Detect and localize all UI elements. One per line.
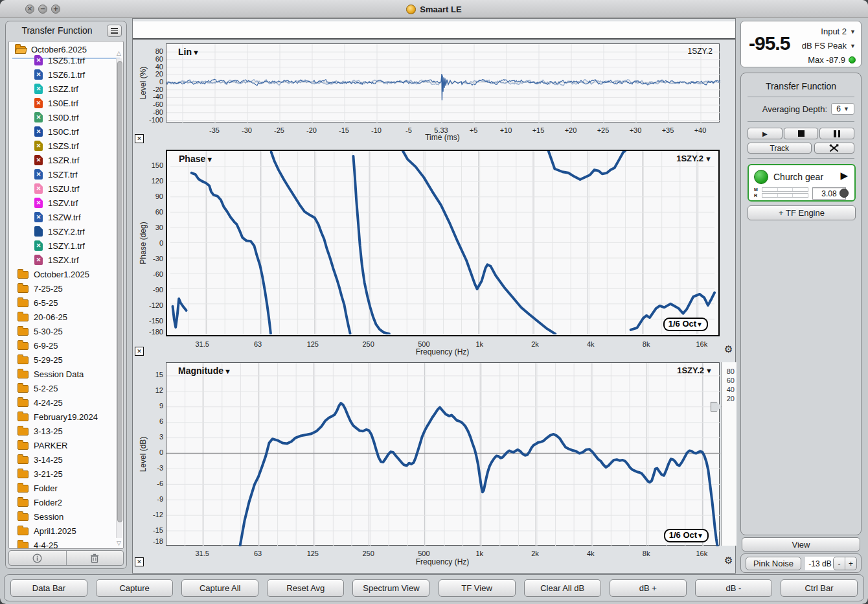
- tick-label: -60: [135, 270, 163, 278]
- folder-item[interactable]: 6-9-25: [9, 338, 123, 353]
- toolbar-button-db-[interactable]: dB +: [610, 579, 687, 597]
- magnitude-plot-type-menu[interactable]: Magnitude▼: [178, 366, 231, 376]
- chevron-down-icon: ▼: [843, 106, 849, 112]
- folder-item[interactable]: 3-14-25: [9, 452, 123, 467]
- file-item[interactable]: 1S0E.trf: [9, 96, 123, 110]
- track-button[interactable]: Track: [748, 143, 812, 154]
- level-decrement-button[interactable]: -: [834, 557, 845, 570]
- folder-item[interactable]: 3-21-25: [9, 467, 123, 481]
- file-item[interactable]: 1SZX.trf: [9, 253, 123, 267]
- phase-settings-gear-icon[interactable]: ⚙: [724, 343, 733, 355]
- chevron-down-icon: ▼: [705, 155, 712, 163]
- stop-button[interactable]: [784, 128, 819, 139]
- view-button[interactable]: View: [742, 537, 860, 552]
- meter-mode-select[interactable]: dB FS Peak▼: [802, 41, 856, 51]
- lin-close-button[interactable]: ✕: [135, 134, 144, 143]
- phase-trace-menu[interactable]: 1SZY.2▼: [676, 154, 712, 163]
- play-button[interactable]: ▶: [748, 128, 782, 139]
- input-select[interactable]: Input 2▼: [821, 27, 856, 36]
- toolbar-button-tf-view[interactable]: TF View: [439, 579, 516, 597]
- magnitude-trace-menu[interactable]: 1SZY.2▼: [677, 366, 713, 375]
- averaging-depth-select[interactable]: 6▼: [831, 103, 854, 115]
- toolbar-button-db-[interactable]: dB -: [695, 579, 772, 597]
- file-item[interactable]: 1SZV.trf: [9, 196, 123, 210]
- toolbar-button-reset-avg[interactable]: Reset Avg: [267, 579, 344, 597]
- phase-plot-type-menu[interactable]: Phase▼: [179, 154, 213, 164]
- tick-label: 5.33: [427, 126, 455, 134]
- folder-icon: [17, 499, 29, 507]
- lin-plot[interactable]: Lin▼ 1SZY.2: [166, 43, 720, 122]
- toolbar-button-ctrl-bar[interactable]: Ctrl Bar: [781, 579, 858, 597]
- phase-plot-svg: [167, 151, 718, 334]
- file-item[interactable]: 1SZT.trf: [9, 167, 123, 181]
- scroll-up-icon[interactable]: △: [115, 50, 122, 56]
- file-item[interactable]: 1SZR.trf: [9, 153, 123, 167]
- magnitude-plot[interactable]: Magnitude▼ 1SZY.2▼ 1/6 Oct▼: [166, 362, 720, 546]
- magnitude-close-button[interactable]: ✕: [135, 557, 144, 566]
- lin-plot-type-menu[interactable]: Lin▼: [178, 47, 200, 57]
- toolbar-button-capture-all[interactable]: Capture All: [181, 579, 258, 597]
- sidebar-scrollbar[interactable]: [116, 58, 122, 538]
- file-item[interactable]: 1SZY.2.trf: [9, 224, 123, 238]
- magnitude-settings-gear-icon[interactable]: ⚙: [724, 555, 733, 566]
- file-item[interactable]: 1SZZ.trf: [9, 82, 123, 96]
- folder-icon: [17, 485, 29, 493]
- chevron-down-icon: ▼: [850, 29, 856, 35]
- folder-item[interactable]: 5-30-25: [9, 324, 123, 338]
- delete-button[interactable]: [67, 551, 124, 565]
- folder-item[interactable]: 4-4-25: [9, 538, 123, 549]
- file-name: 1SZY.2.trf: [48, 227, 85, 237]
- toolbar-button-clear-all-db[interactable]: Clear All dB: [524, 579, 601, 597]
- folder-item[interactable]: PARKER: [9, 438, 123, 452]
- file-item[interactable]: 1SZS.trf: [9, 139, 123, 153]
- level-increment-button[interactable]: +: [845, 557, 856, 570]
- folder-item[interactable]: 7-25-25: [9, 281, 123, 296]
- folder-item[interactable]: 6-5-25: [9, 296, 123, 310]
- scroll-down-icon[interactable]: ▽: [115, 540, 122, 546]
- folder-name: 4-4-25: [34, 540, 58, 550]
- folder-item[interactable]: February19.2024: [9, 410, 123, 424]
- tick-label: 1k: [465, 550, 494, 557]
- folder-item[interactable]: 5-29-25: [9, 353, 123, 367]
- add-tf-engine-button[interactable]: + TF Engine: [748, 205, 856, 220]
- folder-item[interactable]: 4-24-25: [9, 395, 123, 410]
- folder-item[interactable]: Session: [9, 509, 123, 524]
- tf-engine-card: Church gear ▶ M R 3.08: [748, 164, 856, 202]
- record-button[interactable]: [839, 189, 849, 198]
- scrollbar-thumb[interactable]: [117, 61, 122, 522]
- toolbar-button-spectrum-view[interactable]: Spectrum View: [352, 579, 429, 597]
- file-item[interactable]: 1SZ6.1.trf: [9, 67, 123, 82]
- folder-item[interactable]: 3-13-25: [9, 424, 123, 438]
- folder-item[interactable]: Session Data: [9, 367, 123, 381]
- folder-item[interactable]: 20-06-25: [9, 310, 123, 324]
- chevron-down-icon: ▼: [705, 367, 713, 375]
- file-item[interactable]: 1SZ5.1.trf: [9, 53, 123, 67]
- folder-item[interactable]: Folder: [9, 481, 123, 495]
- tools-button[interactable]: [814, 143, 854, 154]
- pause-button[interactable]: [819, 128, 854, 139]
- toolbar-button-capture[interactable]: Capture: [96, 579, 173, 597]
- tick-label: 2k: [521, 340, 549, 348]
- file-item[interactable]: 1S0C.trf: [9, 124, 123, 139]
- tick-label: 20: [135, 70, 163, 78]
- sidebar-menu-button[interactable]: [107, 25, 122, 37]
- generator-level-field[interactable]: -13 dB: [805, 557, 835, 570]
- pink-noise-button[interactable]: Pink Noise: [746, 557, 801, 570]
- phase-smoothing-menu[interactable]: 1/6 Oct▼: [663, 318, 708, 331]
- file-item[interactable]: 1S0D.trf: [9, 110, 123, 124]
- phase-close-button[interactable]: ✕: [135, 347, 144, 356]
- folder-item[interactable]: October1.2025: [9, 267, 123, 281]
- folder-item[interactable]: April1.2025: [9, 524, 123, 538]
- folder-item[interactable]: 5-2-25: [9, 381, 123, 395]
- toolbar-button-data-bar[interactable]: Data Bar: [10, 579, 87, 597]
- info-button[interactable]: [9, 551, 67, 565]
- file-item[interactable]: 1SZW.trf: [9, 210, 123, 224]
- engine-play-icon[interactable]: ▶: [840, 170, 848, 181]
- phase-plot[interactable]: Phase▼ 1SZY.2▼ 1/6 Oct▼: [166, 150, 720, 336]
- folder-item[interactable]: Folder2: [9, 495, 123, 509]
- tick-label: -12: [135, 511, 163, 518]
- file-item[interactable]: 1SZY.1.trf: [9, 238, 123, 253]
- file-item[interactable]: 1SZU.trf: [9, 181, 123, 196]
- engine-status-ball[interactable]: [754, 170, 768, 184]
- magnitude-smoothing-menu[interactable]: 1/6 Oct▼: [664, 529, 709, 542]
